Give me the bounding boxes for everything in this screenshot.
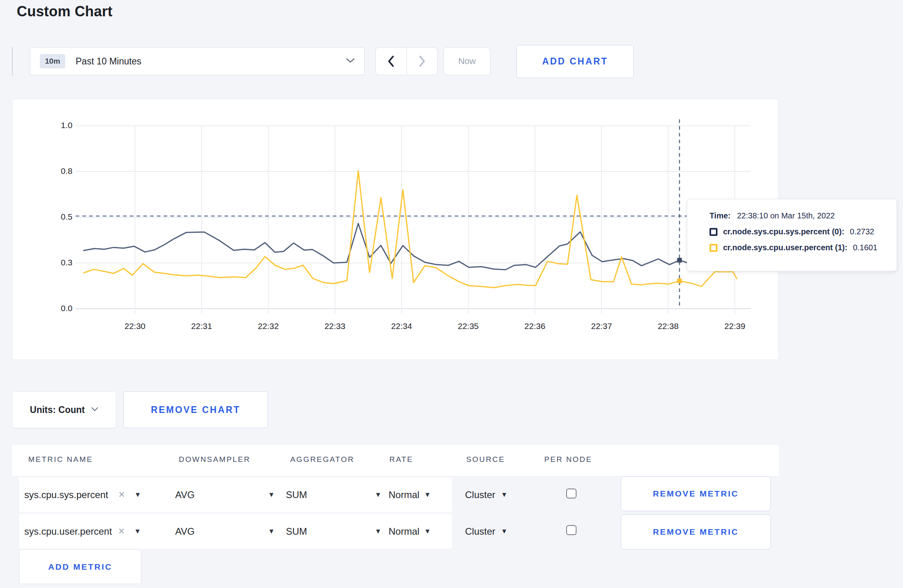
- remove-chart-button[interactable]: REMOVE CHART: [123, 391, 268, 428]
- units-label: Units: Count: [30, 405, 85, 415]
- caret-down-icon: ▼: [501, 491, 508, 498]
- caret-down-icon: ▼: [501, 528, 508, 535]
- tooltip-time-value: 22:38:10 on Mar 15th, 2022: [737, 211, 835, 220]
- crosshair-dot-0: [677, 258, 682, 263]
- series-line-1: [84, 171, 737, 288]
- series-user-swatch-icon: [710, 244, 717, 252]
- x-axis-tick-label: 22:38: [646, 321, 690, 331]
- x-axis-tick-label: 22:35: [446, 321, 490, 331]
- metric-name-dropdown[interactable]: sys.cpu.user.percent × ▼: [24, 514, 141, 549]
- caret-down-icon: ▼: [375, 491, 381, 498]
- col-header-rate: RATE: [389, 455, 413, 464]
- metrics-table-header: METRIC NAME DOWNSAMPLER AGGREGATOR RATE …: [12, 445, 779, 476]
- col-header-downsampler: DOWNSAMPLER: [179, 455, 250, 464]
- aggregator-dropdown[interactable]: SUM ▼: [286, 477, 381, 512]
- caret-down-icon: ▼: [135, 491, 141, 498]
- source-dropdown[interactable]: Cluster ▼: [465, 477, 508, 512]
- col-header-aggregator: AGGREGATOR: [290, 455, 354, 464]
- x-axis-tick-label: 22:36: [513, 321, 557, 331]
- x-axis-tick-label: 22:30: [113, 321, 157, 331]
- aggregator-dropdown[interactable]: SUM ▼: [286, 514, 381, 549]
- x-axis-tick-label: 22:31: [180, 321, 223, 331]
- add-metric-label: ADD METRIC: [48, 562, 112, 572]
- tooltip-sys-label: cr.node.sys.cpu.sys.percent (0):: [723, 227, 844, 236]
- x-axis-tick-label: 22:39: [713, 321, 757, 331]
- y-axis-tick-label: 0.3: [45, 258, 72, 267]
- chart-tooltip: Time: 22:38:10 on Mar 15th, 2022 cr.node…: [687, 199, 897, 271]
- metric-row: sys.cpu.user.percent × ▼ AVG ▼ SUM ▼ Nor…: [19, 514, 452, 549]
- per-node-checkbox[interactable]: [566, 525, 577, 535]
- source-dropdown[interactable]: Cluster ▼: [465, 514, 508, 549]
- x-axis-tick-label: 22:33: [313, 321, 357, 331]
- tooltip-user-value: 0.1601: [853, 243, 877, 252]
- series-sys-swatch-icon: [710, 228, 717, 236]
- units-dropdown[interactable]: Units: Count: [12, 391, 116, 428]
- caret-down-icon: ▼: [424, 491, 431, 498]
- y-axis-tick-label: 0.8: [45, 166, 72, 176]
- downsampler-dropdown[interactable]: AVG ▼: [175, 477, 275, 512]
- rate-value: Normal: [389, 526, 419, 537]
- crosshair-dot-1: [677, 278, 682, 283]
- remove-metric-button[interactable]: REMOVE METRIC: [621, 476, 771, 511]
- caret-down-icon: ▼: [424, 528, 431, 535]
- x-axis-tick-label: 22:34: [380, 321, 424, 331]
- y-axis-tick-label: 0.5: [45, 212, 72, 222]
- downsampler-value: AVG: [175, 526, 195, 537]
- aggregator-value: SUM: [286, 489, 307, 500]
- metric-name: sys.cpu.user.percent: [24, 526, 112, 537]
- tooltip-sys-value: 0.2732: [850, 227, 874, 236]
- remove-metric-label: REMOVE METRIC: [653, 527, 739, 537]
- remove-metric-x-icon[interactable]: ×: [119, 489, 125, 500]
- rate-dropdown[interactable]: Normal ▼: [389, 514, 431, 549]
- caret-down-icon: ▼: [375, 528, 381, 535]
- source-value: Cluster: [465, 526, 495, 537]
- caret-down-icon: ▼: [134, 528, 141, 535]
- aggregator-value: SUM: [286, 526, 307, 537]
- metric-row: sys.cpu.sys.percent × ▼ AVG ▼ SUM ▼ Norm…: [19, 477, 452, 512]
- source-value: Cluster: [465, 489, 495, 500]
- downsampler-value: AVG: [175, 489, 195, 500]
- col-header-source: SOURCE: [466, 455, 505, 464]
- tooltip-user-label: cr.node.sys.cpu.user.percent (1):: [723, 243, 847, 252]
- caret-down-icon: ▼: [268, 528, 275, 535]
- remove-metric-label: REMOVE METRIC: [653, 489, 739, 498]
- chevron-down-icon: [91, 406, 98, 413]
- y-axis-tick-label: 1.0: [45, 121, 72, 130]
- remove-metric-button[interactable]: REMOVE METRIC: [621, 514, 771, 549]
- metric-name: sys.cpu.sys.percent: [24, 489, 108, 500]
- remove-metric-x-icon[interactable]: ×: [118, 526, 125, 537]
- col-header-per-node: PER NODE: [544, 455, 592, 464]
- downsampler-dropdown[interactable]: AVG ▼: [175, 514, 275, 549]
- x-axis-tick-label: 22:32: [246, 321, 290, 331]
- rate-value: Normal: [389, 489, 419, 500]
- col-header-metric-name: METRIC NAME: [28, 455, 93, 464]
- per-node-checkbox[interactable]: [566, 489, 577, 498]
- x-axis-tick-label: 22:37: [580, 321, 624, 331]
- remove-chart-label: REMOVE CHART: [151, 405, 240, 415]
- add-metric-button[interactable]: ADD METRIC: [19, 549, 141, 584]
- y-axis-tick-label: 0.0: [45, 304, 72, 313]
- metric-name-dropdown[interactable]: sys.cpu.sys.percent × ▼: [24, 477, 141, 512]
- rate-dropdown[interactable]: Normal ▼: [389, 477, 431, 512]
- tooltip-time-label: Time:: [710, 211, 731, 220]
- caret-down-icon: ▼: [268, 491, 275, 498]
- custom-chart-page: Custom Chart 10m Past 10 Minutes Now ADD…: [0, 0, 903, 588]
